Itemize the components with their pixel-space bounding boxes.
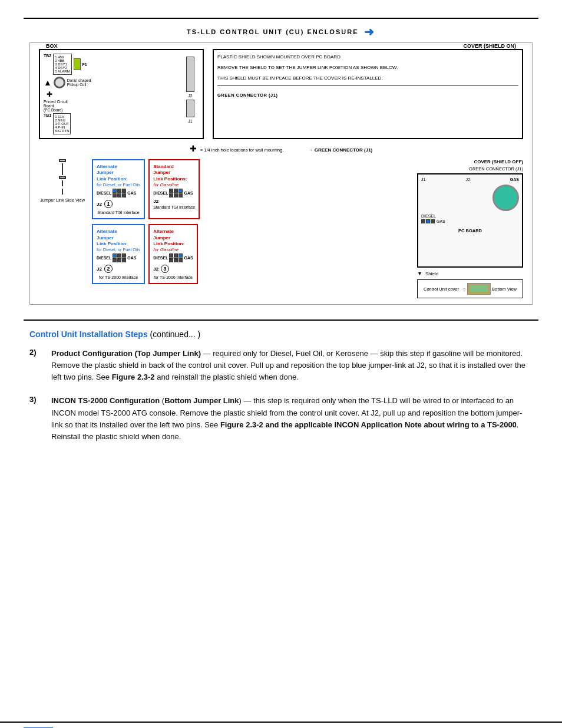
jlink-stem2: [62, 180, 63, 186]
group2-gas-label: GAS: [184, 191, 193, 195]
group1-interface: Standard TGI Interface: [97, 210, 140, 215]
group1-connector: DIESEL: [97, 189, 140, 197]
pin: [178, 258, 183, 262]
pcb-board-label: Printed CircuitBoard(PC Board): [44, 100, 178, 112]
pcb-j2-label2: J2: [465, 177, 470, 182]
pcb-pins: GAS: [421, 219, 519, 223]
step-3: 3) INCON TS-2000 Configuration (Bottom J…: [29, 395, 533, 443]
side-view-label: Jumper Link Side View: [39, 197, 86, 203]
group2-pins: [169, 189, 183, 197]
content-section: Control Unit Installation Steps (continu…: [29, 330, 533, 443]
pin: [113, 189, 117, 193]
green-connector-j1-right: → GREEN CONNECTOR (J1): [308, 147, 372, 153]
group3-pins: [113, 253, 126, 262]
jlink-stem3: [62, 189, 63, 195]
jumper-group-2: Standard Jumper Link Positions: for Gaso…: [148, 159, 200, 219]
diagram-title-text: TS-LLD CONTROL UNIT (CU) ENCLOSURE: [187, 28, 358, 35]
jumper-group-3: Alternate Jumper Link Position: for Dies…: [92, 224, 145, 284]
pin: [169, 193, 173, 197]
group3-circle: 2: [104, 265, 113, 273]
separator: [24, 319, 538, 321]
group1-subtitle: for Diesel, or Fuel Oils: [97, 182, 140, 187]
bottom-jumper-row: Alternate Jumper Link Position: for Dies…: [92, 224, 411, 284]
pcb-gas: GAS: [510, 177, 519, 182]
group2-connector: DIESEL: [153, 189, 195, 197]
group4-gas-label: GAS: [184, 256, 193, 260]
jumper-group-1: Alternate Jumper Link Position: for Dies…: [92, 159, 145, 219]
side-view-box: Jumper Link Side View: [39, 159, 86, 298]
footer: 2.3 Page 2.3 - 2 TS-LLD INSTALLATION GUI…: [0, 722, 562, 728]
group4-connector: DIESEL: [153, 253, 193, 262]
bottom-view-label: Bottom View: [492, 286, 517, 292]
heading-continued: (continued... ): [150, 330, 201, 339]
group1-diesel-label: DIESEL: [97, 191, 111, 195]
pin: [178, 189, 183, 193]
jumper-group-4: Alternate Jumper Link Position: for Gaso…: [148, 224, 197, 284]
cover-shield-on-label: COVER (SHIELD ON): [462, 43, 517, 49]
j2-top: J2: [188, 94, 192, 98]
shield-label: Shield: [425, 271, 438, 276]
coil-label: Donut shapedPickup Coil: [67, 78, 91, 87]
pcb-visual: J1 J2 GAS DIESEL: [417, 173, 523, 268]
bottom-view-box: Control Unit cover ○ Bottom View: [417, 279, 523, 298]
group2-diesel-label: DIESEL: [153, 191, 168, 195]
pin: [117, 253, 121, 258]
middle-diagram-row: Jumper Link Side View Alternate Jumper: [39, 159, 523, 298]
step-3-num: 3): [29, 395, 44, 404]
coil-row: ▲ Donut shapedPickup Coil: [44, 77, 178, 88]
arrow-icon: ➜: [364, 25, 375, 39]
plus-icon: ✚: [190, 144, 197, 153]
pcb-labels: DIESEL GAS: [421, 214, 519, 223]
fuse-f1: [74, 58, 81, 70]
group2-j2: J2: [153, 199, 195, 204]
pin: [169, 253, 173, 258]
wall-mount-note: ✚ = 1/4 inch hole locations for wall mou…: [39, 144, 523, 153]
group4-circle: 3: [161, 265, 169, 273]
step-2-num: 2): [29, 348, 44, 357]
up-arrow: ▲: [44, 78, 52, 87]
group2-subtitle: for Gasoline: [153, 182, 195, 187]
group4-interface: for TS-2000 Interface: [153, 275, 193, 279]
group1-pins: [113, 189, 126, 197]
group4-diesel-label: DIESEL: [153, 256, 168, 260]
group1-circle: 1: [104, 200, 113, 208]
donut-coil: [54, 77, 65, 88]
f1-label: F1: [82, 62, 87, 67]
tb2-component: 1 480 2 4BB 3 DSY1 4 DSY2 5 ALARM: [53, 54, 71, 75]
pin: [122, 253, 126, 258]
group2-title: Standard Jumper Link Positions:: [153, 164, 195, 182]
pcb-top-row: J1 J2 GAS: [421, 177, 519, 182]
green-connector-bottom: GREEN CONNECTOR (J1): [217, 85, 518, 99]
diagram-wrapper: TS-LLD CONTROL UNIT (CU) ENCLOSURE ➜ BOX…: [24, 19, 538, 311]
tb1-component: 1 11V 2 NEU 3 P-OUT 4 P-IN SIG RTN: [53, 113, 71, 134]
green-connector-label: GREEN CONNECTOR (J1): [217, 93, 277, 98]
pin: [122, 189, 126, 193]
side-view-visual: [39, 159, 86, 195]
pin: [174, 189, 178, 193]
jlink-bottom: [59, 176, 66, 179]
shield-row: ▼ Shield: [417, 271, 523, 276]
pcb-circle-row: [421, 185, 519, 211]
pc-board-label: PC BOARD: [421, 228, 519, 233]
j1-label: J1: [188, 119, 192, 123]
pin: [169, 258, 173, 262]
pin: [169, 189, 173, 193]
pin: [122, 258, 126, 262]
tb2-row: TB2 1 480 2 4BB 3 DSY1 4 DSY2 5 ALARM: [44, 54, 178, 75]
jlink-top: [59, 159, 66, 162]
connector-block-1: [186, 57, 194, 92]
inner-block: [470, 285, 488, 292]
group1-j2: J2: [97, 202, 102, 207]
group3-interface: for TS-2000 Interface: [97, 275, 140, 279]
box-section: BOX TB2 1 480 2 4BB 3 DSY1: [39, 49, 204, 139]
box-inner: TB2 1 480 2 4BB 3 DSY1 4 DSY2 5 ALARM: [44, 54, 199, 134]
jumper-diagrams-area: Alternate Jumper Link Position: for Dies…: [92, 159, 523, 298]
pin: [122, 193, 126, 197]
pin: [113, 253, 117, 258]
pin: [178, 253, 183, 258]
cover-text-2: REMOVE THE SHIELD TO SET THE JUMPER LINK…: [217, 64, 518, 71]
group4-title: Alternate Jumper Link Position:: [153, 229, 193, 247]
pcb-col: TB2 1 480 2 4BB 3 DSY1 4 DSY2 5 ALARM: [44, 54, 178, 134]
group1-j2-row: J2 1: [97, 199, 140, 209]
group3-title: Alternate Jumper Link Position:: [97, 229, 140, 247]
